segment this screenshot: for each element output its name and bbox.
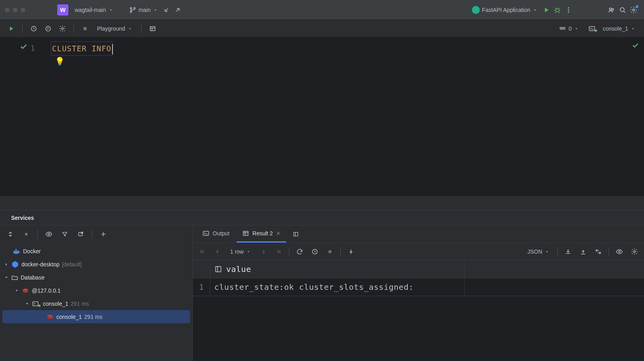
tree-item-docker-desktop[interactable]: docker-desktop [default] bbox=[0, 258, 192, 271]
first-page-button[interactable] bbox=[197, 246, 208, 257]
output-layout-button[interactable] bbox=[147, 23, 158, 34]
expand-all-button[interactable] bbox=[5, 229, 16, 240]
prev-page-button[interactable] bbox=[212, 246, 223, 257]
table-icon bbox=[242, 230, 249, 237]
panel-resize-handle[interactable] bbox=[0, 196, 644, 210]
chevron-down-icon[interactable] bbox=[25, 301, 29, 306]
run-config-selector[interactable]: FastAPI Application bbox=[469, 4, 541, 16]
chevron-right-icon[interactable] bbox=[4, 262, 9, 267]
stop-icon bbox=[327, 249, 333, 254]
first-icon bbox=[199, 248, 206, 255]
titlebar: W wagtail-main main FastAPI Application bbox=[0, 0, 644, 20]
layout-icon bbox=[149, 25, 156, 32]
pin-icon bbox=[348, 248, 354, 255]
svg-rect-39 bbox=[215, 266, 221, 272]
add-service-button[interactable] bbox=[98, 229, 109, 240]
close-tab-icon[interactable]: ✕ bbox=[276, 230, 281, 237]
line-number: 1 bbox=[0, 41, 35, 55]
text-cursor bbox=[112, 44, 113, 54]
close-window-icon[interactable] bbox=[5, 8, 10, 12]
vcs-branch-selector[interactable]: main bbox=[126, 5, 161, 15]
project-selector[interactable]: wagtail-main bbox=[72, 5, 116, 15]
cell-value[interactable]: cluster_state:ok cluster_slots_assigned: bbox=[210, 278, 465, 296]
intention-bulb-icon[interactable]: 💡 bbox=[55, 56, 65, 66]
tree-item-console[interactable]: console_1 291 ms bbox=[0, 297, 192, 310]
terminal-icon bbox=[202, 230, 209, 237]
tab-layout-button[interactable] bbox=[290, 229, 301, 240]
svg-rect-33 bbox=[243, 231, 248, 236]
people-icon bbox=[607, 6, 615, 14]
side-panel-icon bbox=[293, 231, 299, 237]
compare-button[interactable] bbox=[593, 246, 604, 257]
refresh-button[interactable] bbox=[294, 246, 305, 257]
chevron-down-icon[interactable] bbox=[4, 275, 9, 280]
execute-button[interactable] bbox=[6, 23, 17, 34]
zoom-window-icon[interactable] bbox=[21, 8, 25, 12]
result-grid[interactable]: value 1 cluster_state:ok cluster_slots_a… bbox=[193, 260, 644, 361]
session-selector[interactable]: console_1 bbox=[585, 23, 638, 34]
services-tree[interactable]: Docker docker-desktop [default] Database… bbox=[0, 243, 192, 361]
eye-icon bbox=[45, 231, 52, 238]
last-page-button[interactable] bbox=[273, 246, 284, 257]
history-button[interactable] bbox=[28, 23, 39, 34]
view-button[interactable] bbox=[614, 246, 625, 257]
open-new-tab-button[interactable] bbox=[75, 229, 86, 240]
console-settings-button[interactable] bbox=[57, 23, 68, 34]
tab-output[interactable]: Output bbox=[197, 225, 235, 243]
inspection-status[interactable] bbox=[631, 41, 639, 49]
collapse-all-button[interactable] bbox=[21, 229, 32, 240]
run-button[interactable] bbox=[541, 4, 552, 16]
svg-rect-36 bbox=[329, 250, 332, 253]
more-actions-button[interactable] bbox=[563, 4, 574, 16]
next-page-button[interactable] bbox=[258, 246, 269, 257]
eye-icon bbox=[616, 248, 623, 255]
tree-item-console-child[interactable]: console_1 291 ms bbox=[2, 310, 190, 323]
chevron-down-icon bbox=[109, 8, 113, 12]
services-panel-title: Services bbox=[0, 210, 644, 225]
show-button[interactable] bbox=[43, 229, 54, 240]
grid-corner bbox=[193, 260, 210, 278]
minimize-window-icon[interactable] bbox=[13, 8, 17, 12]
incoming-changes-button[interactable] bbox=[161, 4, 172, 16]
format-label: JSON bbox=[528, 248, 542, 255]
outgoing-changes-button[interactable] bbox=[172, 4, 183, 16]
services-tree-pane: Docker docker-desktop [default] Database… bbox=[0, 225, 193, 361]
tree-item-host[interactable]: @127.0.0.1 bbox=[0, 284, 192, 297]
chevron-down-icon bbox=[533, 8, 537, 12]
svg-rect-17 bbox=[560, 27, 562, 29]
stop-button[interactable] bbox=[80, 23, 91, 34]
grid-header-row: value bbox=[193, 260, 644, 278]
code-content[interactable]: CLUSTER INFO bbox=[51, 37, 644, 196]
code-with-me-button[interactable] bbox=[606, 4, 617, 16]
grid-data-row[interactable]: 1 cluster_state:ok cluster_slots_assigne… bbox=[193, 278, 644, 296]
chevron-down-icon[interactable] bbox=[14, 288, 19, 293]
tree-label-suffix: [default] bbox=[62, 261, 82, 268]
tree-item-docker[interactable]: Docker bbox=[0, 245, 192, 258]
fastapi-icon bbox=[472, 6, 480, 14]
active-dot bbox=[38, 305, 41, 307]
search-icon bbox=[619, 6, 627, 14]
pin-button[interactable] bbox=[345, 246, 357, 257]
tab-result[interactable]: Result 2 ✕ bbox=[237, 225, 286, 243]
tree-item-database[interactable]: Database bbox=[0, 271, 192, 284]
cancel-query-button[interactable] bbox=[324, 246, 336, 257]
explain-plan-button[interactable]: P bbox=[43, 23, 54, 34]
svg-point-37 bbox=[619, 250, 621, 252]
import-button[interactable] bbox=[578, 246, 589, 257]
column-header-value[interactable]: value bbox=[210, 260, 465, 278]
row-count-selector[interactable]: 1 row bbox=[227, 247, 254, 256]
code-editor[interactable]: 1 CLUSTER INFO 💡 bbox=[0, 37, 644, 196]
result-settings-button[interactable] bbox=[629, 246, 640, 257]
tab-label: Output bbox=[213, 230, 229, 237]
export-button[interactable] bbox=[563, 246, 574, 257]
tx-selector[interactable]: 0 bbox=[556, 23, 582, 34]
auto-refresh-button[interactable] bbox=[309, 246, 320, 257]
debug-button[interactable] bbox=[552, 4, 563, 16]
playground-selector[interactable]: Playground bbox=[94, 24, 136, 33]
stop-icon bbox=[82, 25, 88, 32]
filter-button[interactable] bbox=[59, 229, 70, 240]
search-everywhere-button[interactable] bbox=[617, 4, 628, 16]
format-selector[interactable]: JSON bbox=[524, 247, 553, 256]
gear-icon bbox=[631, 248, 638, 255]
settings-button[interactable] bbox=[628, 4, 639, 16]
